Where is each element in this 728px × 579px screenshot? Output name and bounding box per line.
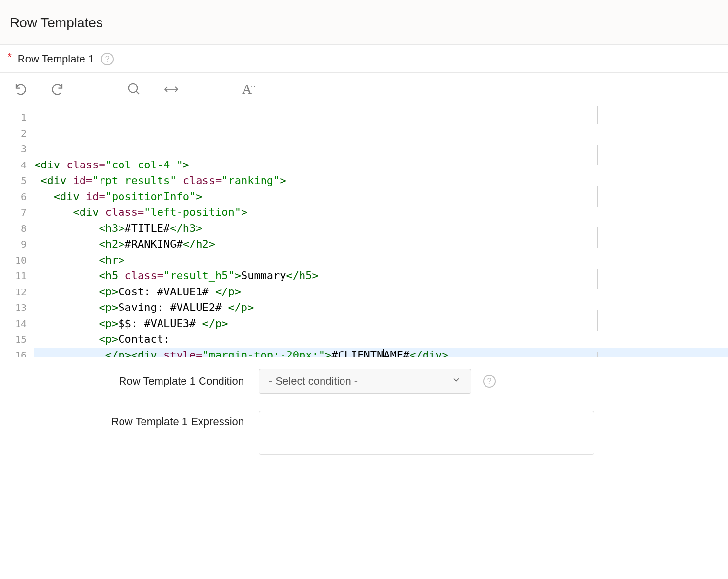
editor-toolbar: A·· bbox=[0, 72, 728, 106]
svg-point-0 bbox=[129, 84, 138, 93]
print-margin-ruler bbox=[597, 106, 598, 357]
page-container: Row Templates * Row Template 1 ? bbox=[0, 0, 728, 459]
code-line[interactable]: <p>$$: #VALUE3# </p> bbox=[34, 316, 728, 332]
line-number: 12 bbox=[0, 284, 27, 300]
required-indicator: * bbox=[8, 52, 12, 62]
code-line[interactable]: <div class="col col-4 "> bbox=[34, 157, 728, 173]
line-number: 13 bbox=[0, 300, 27, 316]
line-number: 15 bbox=[0, 331, 27, 348]
chevron-down-icon bbox=[451, 375, 461, 388]
svg-line-1 bbox=[136, 91, 139, 94]
condition-select-value: - Select condition - bbox=[269, 375, 358, 388]
code-line[interactable]: <hr> bbox=[34, 252, 728, 269]
line-number: 14 bbox=[0, 316, 27, 332]
line-number: 7 bbox=[0, 205, 27, 221]
font-options-icon[interactable]: A·· bbox=[242, 82, 256, 97]
code-line[interactable]: </p><div style="margin-top:-20px;">#CLIE… bbox=[34, 348, 728, 357]
code-line[interactable]: <h3>#TITLE#</h3> bbox=[34, 221, 728, 237]
code-line[interactable]: <p>Saving: #VALUE2# </p> bbox=[34, 300, 728, 316]
help-icon[interactable]: ? bbox=[101, 53, 114, 65]
line-number: 16 bbox=[0, 348, 27, 357]
code-line[interactable]: <h2>#RANKING#</h2> bbox=[34, 236, 728, 252]
line-number: 2 bbox=[0, 125, 27, 142]
redo-icon[interactable] bbox=[50, 82, 64, 97]
line-number: 4 bbox=[0, 157, 27, 173]
line-number: 9 bbox=[0, 236, 27, 252]
expression-row: Row Template 1 Expression bbox=[0, 399, 728, 459]
line-gutter: 12345678910111213141516 bbox=[0, 106, 32, 357]
field-label: Row Template 1 bbox=[18, 53, 94, 65]
help-icon[interactable]: ? bbox=[483, 375, 496, 388]
line-number: 1 bbox=[0, 109, 27, 125]
condition-label: Row Template 1 Condition bbox=[0, 375, 259, 388]
search-icon[interactable] bbox=[127, 82, 142, 97]
condition-select[interactable]: - Select condition - bbox=[259, 369, 471, 394]
line-number: 6 bbox=[0, 189, 27, 205]
code-line[interactable]: <div id="rpt_results" class="ranking"> bbox=[34, 173, 728, 189]
line-number: 3 bbox=[0, 141, 27, 157]
expression-label: Row Template 1 Expression bbox=[0, 411, 259, 428]
undo-icon[interactable] bbox=[14, 82, 28, 97]
stretch-icon[interactable] bbox=[163, 83, 180, 96]
code-line[interactable]: <h5 class="result_h5">Summary</h5> bbox=[34, 268, 728, 284]
line-number: 8 bbox=[0, 221, 27, 237]
code-editor[interactable]: 12345678910111213141516 <div class="col … bbox=[0, 106, 728, 357]
code-area[interactable]: <div class="col col-4 "> <div id="rpt_re… bbox=[32, 106, 728, 357]
expression-textarea[interactable] bbox=[259, 411, 594, 455]
condition-row: Row Template 1 Condition - Select condit… bbox=[0, 357, 728, 399]
section-header: Row Templates bbox=[0, 0, 728, 45]
section-title: Row Templates bbox=[10, 15, 718, 31]
line-number: 10 bbox=[0, 252, 27, 269]
line-number: 5 bbox=[0, 173, 27, 189]
code-line[interactable]: <p>Contact: bbox=[34, 331, 728, 348]
field-header: * Row Template 1 ? bbox=[0, 45, 728, 72]
code-line[interactable]: <div class="left-position"> bbox=[34, 205, 728, 221]
code-line[interactable]: <div id="positionInfo"> bbox=[34, 189, 728, 205]
code-line[interactable]: <p>Cost: #VALUE1# </p> bbox=[34, 284, 728, 300]
line-number: 11 bbox=[0, 268, 27, 284]
